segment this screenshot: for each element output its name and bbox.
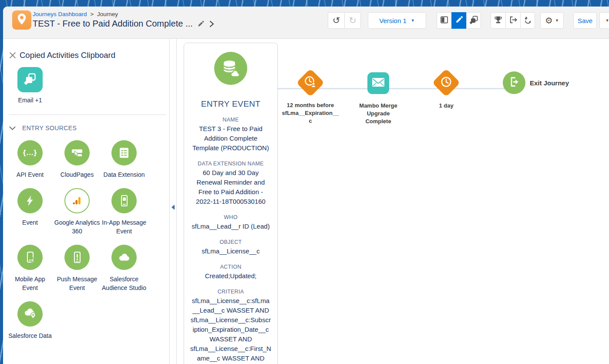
chevron-down-icon — [9, 124, 16, 132]
entry-source-cloudpages[interactable]: CloudPages — [54, 140, 101, 179]
wait-by-attribute-node[interactable] — [300, 73, 320, 93]
field-value: Created;Updated; — [190, 271, 271, 281]
entry-source-push-message-event[interactable]: Push Message Event — [54, 245, 101, 292]
sidebar-gutter — [170, 39, 176, 364]
entry-source-label: Push Message Event — [54, 275, 100, 292]
email-activity-node[interactable] — [367, 72, 389, 94]
copy-activities-icon — [469, 15, 478, 26]
entry-source-label: API Event — [17, 170, 44, 179]
data-extension-entry-icon — [214, 52, 247, 85]
entry-source-data-extension[interactable]: Data Extension — [101, 140, 148, 179]
divider — [9, 115, 166, 115]
node-label: 12 months before sfLma__Expiration__c — [281, 101, 340, 125]
entry-source-label: Data Extension — [104, 170, 145, 179]
save-button[interactable]: Save — [573, 12, 597, 29]
journey-builder-window: Journeys Dashboard > Journey TEST - Free… — [3, 7, 609, 364]
field-value: TEST 3 - Free to Paid Addition Complete … — [190, 124, 271, 153]
entry-source-in-app-message-event[interactable]: In-App Message Event — [101, 188, 148, 236]
save-label: Save — [578, 17, 592, 24]
google-analytics-360-icon — [64, 188, 90, 213]
entry-event-title: ENTRY EVENT — [190, 99, 271, 109]
salesforce-audience-studio-icon — [111, 245, 137, 270]
node-label: 1 day — [420, 102, 472, 110]
wait-diamond — [432, 68, 460, 97]
entry-source-api-event[interactable]: {...} API Event — [7, 140, 54, 179]
entry-source-label: Mobile App Event — [7, 275, 53, 292]
api-event-icon: {...} — [17, 140, 43, 165]
entry-source-label: Salesforce Data — [8, 331, 52, 340]
save-options-dropdown[interactable]: ▼ — [599, 12, 609, 29]
push-message-event-icon — [64, 245, 90, 270]
exit-journey-node[interactable] — [503, 71, 525, 94]
caret-down-icon: ▼ — [411, 18, 415, 23]
salesforce-data-icon — [17, 301, 43, 327]
breadcrumb-current: Journey — [97, 11, 118, 17]
cloudpages-icon — [64, 140, 90, 165]
event-icon — [17, 188, 43, 213]
field-label: NAME — [190, 117, 271, 123]
entry-source-event[interactable]: Event — [7, 188, 54, 236]
clipboard-item-email[interactable]: Email +1 — [13, 67, 47, 104]
activities-sidebar: Copied Activities Clipboard Email +1 ENT… — [3, 39, 170, 364]
copy-activities-icon — [24, 72, 37, 87]
entry-source-salesforce-data[interactable]: Salesforce Data — [7, 301, 54, 340]
field-label: DATA EXTENSION NAME — [190, 161, 271, 167]
entry-source-mobile-app-event[interactable]: Mobile App Event — [7, 245, 54, 292]
journey-history-button[interactable] — [520, 12, 535, 29]
journey-canvas: ENTRY EVENT NAME TEST 3 - Free to Paid A… — [176, 39, 609, 364]
breadcrumb-journeys-dashboard-link[interactable]: Journeys Dashboard — [33, 11, 87, 17]
entry-source-label: CloudPages — [61, 170, 94, 179]
entry-source-label: Salesforce Audience Studio — [101, 275, 147, 292]
exit-journey-icon — [508, 75, 521, 90]
in-app-message-event-icon — [111, 188, 137, 213]
redo-button[interactable]: ↻ — [344, 12, 361, 29]
field-label: ACTION — [190, 264, 271, 270]
entry-source-salesforce-audience-studio[interactable]: Salesforce Audience Studio — [101, 245, 148, 292]
field-label: WHO — [190, 214, 271, 220]
journey-builder-logo — [12, 10, 31, 30]
entry-sources-title: ENTRY SOURCES — [22, 125, 77, 131]
expand-title-chevron-right-icon[interactable] — [209, 20, 214, 27]
close-clipboard-icon[interactable] — [9, 51, 17, 59]
breadcrumb-separator: > — [88, 11, 95, 17]
toggle-sidebar-button[interactable] — [437, 12, 451, 29]
field-label: OBJECT — [190, 239, 271, 245]
field-label: CRITERIA — [190, 289, 271, 295]
flow-lightning-icon — [523, 15, 532, 26]
header-bar: Journeys Dashboard > Journey TEST - Free… — [3, 7, 609, 39]
version-dropdown[interactable]: Version 1 ▼ — [368, 12, 426, 29]
entry-sources-header[interactable]: ENTRY SOURCES — [9, 124, 169, 132]
redo-icon: ↻ — [349, 15, 357, 26]
entry-source-label: Event — [22, 218, 38, 227]
envelope-icon — [372, 78, 385, 89]
field-value: sfLma__Lead__r ID (Lead) — [190, 222, 271, 231]
gear-icon: ⚙ — [545, 15, 553, 26]
goals-button[interactable] — [491, 12, 505, 29]
exit-bracket-arrow-icon — [508, 15, 518, 26]
mobile-app-event-icon — [17, 245, 43, 270]
location-pin-icon — [17, 13, 27, 27]
settings-dropdown[interactable]: ⚙ ▼ — [540, 12, 564, 29]
edit-title-pencil-icon[interactable] — [197, 20, 205, 27]
undo-button[interactable]: ↺ — [328, 12, 344, 29]
collapse-sidebar-arrow-icon[interactable] — [172, 205, 175, 210]
field-value: sfLma__License__c — [190, 246, 271, 256]
node-label: Mambo Merge Upgrade Complete — [353, 102, 403, 125]
entry-source-label: Google Analytics 360 — [54, 218, 100, 236]
clock-person-icon — [304, 75, 317, 90]
caret-down-icon: ▼ — [606, 18, 609, 23]
pencil-icon — [455, 15, 464, 26]
copy-activities-button[interactable] — [466, 12, 481, 29]
entry-sources-grid: {...} API Event CloudPages Data Extensio… — [7, 140, 169, 349]
exit-criteria-button[interactable] — [505, 12, 520, 29]
entry-event-card[interactable]: ENTRY EVENT NAME TEST 3 - Free to Paid A… — [184, 43, 278, 364]
entry-source-label: In-App Message Event — [101, 218, 147, 236]
edit-mode-button[interactable] — [451, 12, 466, 29]
wait-node[interactable] — [436, 73, 456, 93]
field-value: sfLma__License__c:sfLma__Lead__c WASSET … — [190, 296, 271, 363]
wait-diamond — [296, 68, 324, 97]
undo-icon: ↺ — [333, 15, 340, 26]
version-label: Version 1 — [379, 17, 407, 24]
entry-source-google-analytics-360[interactable]: Google Analytics 360 — [54, 188, 101, 236]
panel-layout-icon — [440, 15, 449, 26]
